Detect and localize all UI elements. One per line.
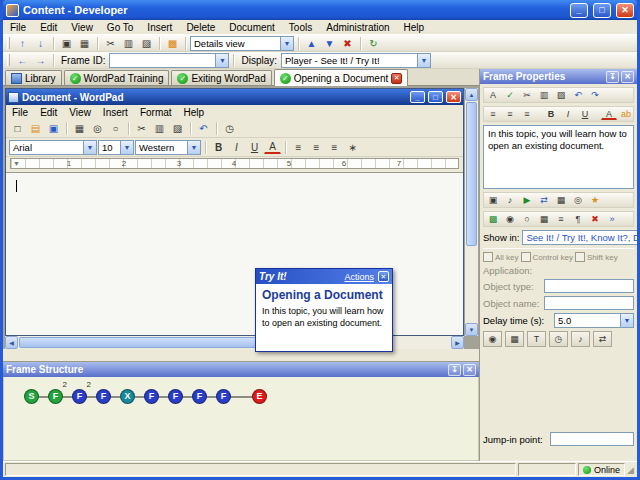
- menu-help[interactable]: Help: [397, 20, 432, 34]
- fp-video-icon[interactable]: ▶: [519, 193, 535, 207]
- scroll-right-icon[interactable]: ▶: [451, 336, 464, 349]
- font-color-icon[interactable]: A: [264, 141, 281, 154]
- menu-tools[interactable]: Tools: [282, 20, 319, 34]
- audio-action-icon[interactable]: ♪: [571, 331, 590, 347]
- minimize-button[interactable]: _: [570, 3, 588, 18]
- fp-paste-icon[interactable]: ▨: [553, 88, 569, 102]
- tryit-actions-link[interactable]: Actions: [344, 272, 374, 282]
- resize-grip-icon[interactable]: ◢: [627, 465, 635, 475]
- new-icon[interactable]: □: [9, 121, 26, 136]
- bold-icon[interactable]: B: [543, 107, 559, 121]
- fp-audio-icon[interactable]: ♪: [502, 193, 518, 207]
- datetime-icon[interactable]: ◷: [221, 121, 238, 136]
- tryit-close-icon[interactable]: ✕: [378, 271, 389, 282]
- italic-icon[interactable]: I: [228, 140, 245, 155]
- frame-node-end[interactable]: E: [252, 389, 267, 404]
- object-name-field[interactable]: [544, 296, 634, 310]
- fp-copy-icon[interactable]: ▥: [536, 88, 552, 102]
- cut-icon[interactable]: ✂: [102, 36, 119, 51]
- menu-file[interactable]: File: [3, 20, 33, 34]
- highlight-text-icon[interactable]: ab: [618, 107, 634, 121]
- italic-icon[interactable]: I: [560, 107, 576, 121]
- wordpad-minimize-button[interactable]: _: [410, 91, 425, 103]
- pin-icon[interactable]: ↧: [448, 364, 461, 376]
- tab-close-icon[interactable]: ✕: [391, 73, 402, 84]
- fp-spelling-icon[interactable]: ✓: [502, 88, 518, 102]
- scroll-up-icon[interactable]: ▲: [465, 88, 478, 101]
- maximize-button[interactable]: □: [593, 3, 611, 18]
- tab-library[interactable]: Library: [5, 70, 62, 85]
- fp-font-icon[interactable]: A: [485, 88, 501, 102]
- frame-node[interactable]: F: [144, 389, 159, 404]
- align-center-icon[interactable]: ≡: [502, 107, 518, 121]
- menu-delete[interactable]: Delete: [179, 20, 222, 34]
- align-right-icon[interactable]: ≡: [326, 140, 343, 155]
- underline-icon[interactable]: U: [246, 140, 263, 155]
- delete-icon[interactable]: ✖: [339, 36, 356, 51]
- frame-node-exit[interactable]: X: [120, 389, 135, 404]
- print-icon[interactable]: ▦: [71, 121, 88, 136]
- fp-grid-icon[interactable]: ▦: [536, 212, 552, 226]
- wordpad-menu-file[interactable]: File: [6, 105, 34, 119]
- fp-image-icon[interactable]: ▣: [485, 193, 501, 207]
- text-action-icon[interactable]: T: [527, 331, 546, 347]
- scroll-down-icon[interactable]: ▼: [465, 323, 478, 336]
- back-icon[interactable]: ←: [14, 53, 31, 68]
- pin-icon[interactable]: ↧: [606, 71, 619, 83]
- underline-icon[interactable]: U: [577, 107, 593, 121]
- refresh-icon[interactable]: ↻: [365, 36, 382, 51]
- frame-node[interactable]: 2 F: [48, 389, 63, 404]
- font-script-combo[interactable]: Western ▼: [135, 140, 201, 155]
- frame-node[interactable]: F: [96, 389, 111, 404]
- font-size-combo[interactable]: 10 ▼: [98, 140, 134, 155]
- frame-node-start[interactable]: S: [24, 389, 39, 404]
- control-key-checkbox[interactable]: [521, 252, 531, 262]
- show-in-combo[interactable]: See It! / Try It!, Know It?, Do It! ▼: [522, 230, 637, 245]
- fp-zoom-icon[interactable]: ○: [519, 212, 535, 226]
- menu-administration[interactable]: Administration: [319, 20, 396, 34]
- fp-attach-icon[interactable]: ◎: [570, 193, 586, 207]
- scroll-thumb[interactable]: [466, 102, 477, 246]
- frame-id-combo[interactable]: ▼: [109, 53, 229, 68]
- undo-icon[interactable]: ↶: [195, 121, 212, 136]
- open-icon[interactable]: ▤: [27, 121, 44, 136]
- display-combo[interactable]: Player - See It! / Try It! ▼: [281, 53, 431, 68]
- frame-node[interactable]: F: [168, 389, 183, 404]
- chevron-down-icon[interactable]: ▼: [215, 54, 228, 67]
- menu-view[interactable]: View: [64, 20, 100, 34]
- font-name-combo[interactable]: Arial ▼: [9, 140, 97, 155]
- object-type-field[interactable]: [544, 279, 634, 293]
- close-button[interactable]: ✕: [616, 3, 634, 18]
- fp-effect-icon[interactable]: ★: [587, 193, 603, 207]
- wordpad-menu-edit[interactable]: Edit: [34, 105, 63, 119]
- copy-icon[interactable]: ▥: [151, 121, 168, 136]
- fp-redo-icon[interactable]: ↷: [587, 88, 603, 102]
- up-arrow-icon[interactable]: ↑: [14, 36, 31, 51]
- print-icon[interactable]: ▦: [76, 36, 93, 51]
- align-center-icon[interactable]: ≡: [308, 140, 325, 155]
- fp-table-icon[interactable]: ▦: [553, 193, 569, 207]
- horizontal-scrollbar[interactable]: ◀ ▶: [5, 336, 464, 349]
- toolbar-grip[interactable]: [7, 54, 10, 66]
- cut-icon[interactable]: ✂: [133, 121, 150, 136]
- paste-icon[interactable]: ▨: [169, 121, 186, 136]
- fp-marker-icon[interactable]: ▩: [485, 212, 501, 226]
- delay-time-combo[interactable]: 5.0 ▼: [554, 313, 634, 328]
- fp-list-icon[interactable]: ≡: [553, 212, 569, 226]
- scroll-left-icon[interactable]: ◀: [5, 336, 18, 349]
- wordpad-maximize-button[interactable]: □: [428, 91, 443, 103]
- fp-style-icon[interactable]: ¶: [570, 212, 586, 226]
- highlight-icon[interactable]: ▩: [164, 36, 181, 51]
- chevron-down-icon[interactable]: ▼: [120, 141, 133, 154]
- menu-document[interactable]: Document: [222, 20, 282, 34]
- align-right-icon[interactable]: ≡: [519, 107, 535, 121]
- frame-node[interactable]: 2 F: [72, 389, 87, 404]
- tab-opening-a-document[interactable]: ✓ Opening a Document ✕: [274, 69, 409, 86]
- all-key-checkbox[interactable]: [483, 252, 493, 262]
- close-icon[interactable]: ✕: [463, 364, 476, 376]
- wordpad-close-button[interactable]: ✕: [446, 91, 461, 103]
- fp-link-icon[interactable]: ⇄: [536, 193, 552, 207]
- save-icon[interactable]: ▣: [58, 36, 75, 51]
- menu-goto[interactable]: Go To: [100, 20, 141, 34]
- branch-action-icon[interactable]: ⇄: [593, 331, 612, 347]
